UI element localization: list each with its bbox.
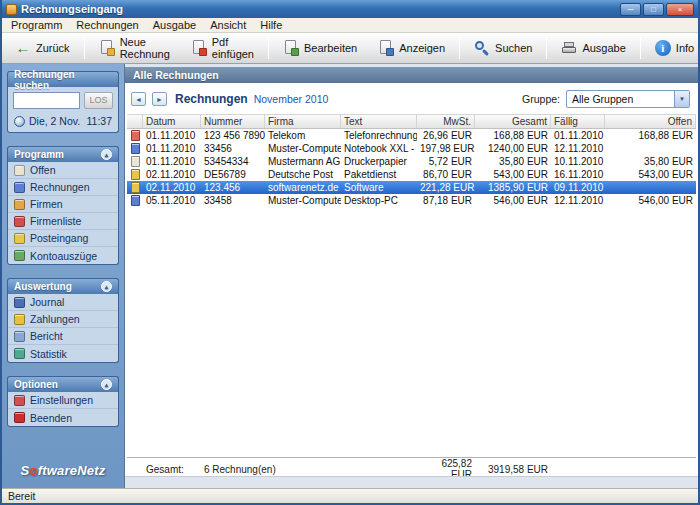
toolbar-separator [268, 37, 269, 59]
window-body: Rechnungen suchen LOS Die, 2 Nov. 11:37 [2, 64, 698, 488]
edit-button[interactable]: Bearbeiten [273, 36, 367, 61]
cell-nummer: 33456 [201, 143, 265, 154]
search-section-panel: LOS Die, 2 Nov. 11:37 [7, 87, 119, 133]
sidebar-item-label: Kontoauszüge [30, 250, 97, 262]
cell-datum: 02.11.2010 [143, 169, 201, 180]
sidebar-item-bericht[interactable]: Bericht [8, 328, 118, 345]
minimize-button[interactable]: ─ [620, 3, 641, 16]
title-bar[interactable]: Rechnungseingang ─ □ × [2, 0, 698, 18]
table-row[interactable]: 01.11.2010 33456 Muster-Computer Noteboo… [127, 142, 696, 155]
close-button[interactable]: × [666, 3, 694, 16]
new-invoice-button[interactable]: Neue Rechnung [89, 36, 180, 61]
section-header-auswertung[interactable]: Auswertung ▲ [7, 278, 119, 294]
column-header-mwst[interactable]: MwSt. [417, 115, 475, 128]
table-row[interactable]: 01.11.2010 123 456 7890 Telekom Telefonr… [127, 129, 696, 142]
section-header-optionen[interactable]: Optionen ▲ [7, 376, 119, 392]
sidebar-item-beenden[interactable]: Beenden [8, 409, 118, 426]
bottom-strip [125, 476, 698, 488]
invoice-doc-icon [131, 156, 140, 167]
sidebar-item-offen[interactable]: Offen [8, 162, 118, 179]
cell-offen: 546,00 EUR [605, 195, 696, 206]
column-header-faellig[interactable]: Fällig [551, 115, 605, 128]
pdf-document-icon [191, 40, 207, 56]
chevron-down-icon[interactable]: ▼ [674, 91, 689, 107]
inbox-icon [14, 233, 25, 244]
menu-ansicht[interactable]: Ansicht [203, 18, 253, 33]
sidebar-item-firmen[interactable]: Firmen [8, 196, 118, 213]
exit-icon [14, 412, 25, 423]
back-arrow-icon [15, 40, 31, 56]
edit-document-icon [283, 40, 299, 56]
toolbar-separator [640, 37, 641, 59]
info-button[interactable]: Info [645, 36, 700, 61]
output-button[interactable]: Ausgabe [551, 36, 635, 61]
companies-icon [14, 199, 25, 210]
search-section-header: Rechnungen suchen [7, 71, 119, 87]
search-input[interactable] [13, 92, 80, 109]
cell-faellig: 12.11.2010 [551, 143, 605, 154]
collapse-icon[interactable]: ▲ [101, 379, 112, 390]
toolbar-separator [459, 37, 460, 59]
menu-ausgabe[interactable]: Ausgabe [146, 18, 203, 33]
sidebar-item-firmenliste[interactable]: Firmenliste [8, 213, 118, 230]
sidebar-item-label: Beenden [30, 412, 72, 424]
table-row[interactable]: 05.11.2010 33458 Muster-Computer Desktop… [127, 194, 696, 207]
table-row-selected[interactable]: 02.11.2010 123.456 softwarenetz.de Softw… [127, 181, 696, 194]
maximize-button[interactable]: □ [643, 3, 664, 16]
cell-text: Notebook XXL - Su... [341, 143, 417, 154]
info-button-label: Info [676, 42, 694, 54]
sidebar-item-label: Bericht [30, 330, 63, 342]
cell-gesamt: 1385,90 EUR [475, 182, 551, 193]
sidebar-item-einstellungen[interactable]: Einstellungen [8, 392, 118, 409]
next-period-button[interactable]: ► [152, 92, 167, 106]
open-invoices-icon [14, 165, 25, 176]
search-go-button[interactable]: LOS [84, 92, 113, 109]
view-button[interactable]: Anzeigen [368, 36, 455, 61]
back-button[interactable]: Zurück [5, 36, 80, 61]
sidebar-item-kontoauszuege[interactable]: Kontoauszüge [8, 247, 118, 264]
view-document-icon [378, 40, 394, 56]
section-header-programm[interactable]: Programm ▲ [7, 146, 119, 162]
list-title: Rechnungen [175, 92, 248, 106]
edit-button-label: Bearbeiten [304, 42, 357, 54]
sidebar-item-label: Statistik [30, 348, 67, 360]
cell-text: Desktop-PC [341, 195, 417, 206]
group-select[interactable]: Alle Gruppen ▼ [566, 90, 690, 108]
cell-faellig: 09.11.2010 [551, 182, 605, 193]
toolbar: Zurück Neue Rechnung Pdf einfügen Bearbe… [2, 33, 698, 64]
section-title: Auswertung [14, 281, 72, 292]
app-icon [6, 4, 17, 15]
column-header-offen[interactable]: Offen [605, 115, 696, 128]
column-header-text[interactable]: Text [341, 115, 417, 128]
sidebar-item-journal[interactable]: Journal [8, 294, 118, 311]
collapse-icon[interactable]: ▲ [101, 149, 112, 160]
statistics-icon [14, 348, 25, 359]
table-header: Datum Nummer Firma Text MwSt. Gesamt Fäl… [127, 114, 696, 129]
column-header-datum[interactable]: Datum [143, 115, 201, 128]
window-title: Rechnungseingang [21, 3, 616, 15]
column-icon-spacer [127, 115, 143, 128]
sidebar-item-posteingang[interactable]: Posteingang [8, 230, 118, 247]
printer-icon [561, 40, 577, 56]
invoice-doc-icon [131, 182, 140, 193]
cell-gesamt: 543,00 EUR [475, 169, 551, 180]
menu-rechnungen[interactable]: Rechnungen [69, 18, 145, 33]
column-header-gesamt[interactable]: Gesamt [475, 115, 551, 128]
column-header-nummer[interactable]: Nummer [201, 115, 265, 128]
menu-hilfe[interactable]: Hilfe [253, 18, 289, 33]
menu-programm[interactable]: Programm [4, 18, 69, 33]
prev-period-button[interactable]: ◄ [131, 92, 146, 106]
table-row[interactable]: 01.11.2010 53454334 Mustermann AG Drucke… [127, 155, 696, 168]
collapse-icon[interactable]: ▲ [101, 281, 112, 292]
sidebar-item-statistik[interactable]: Statistik [8, 345, 118, 362]
cell-nummer: 33458 [201, 195, 265, 206]
search-button[interactable]: Suchen [464, 36, 542, 61]
sidebar-item-rechnungen[interactable]: Rechnungen [8, 179, 118, 196]
column-header-firma[interactable]: Firma [265, 115, 341, 128]
view-header-bar: Alle Rechnungen [125, 67, 698, 83]
insert-pdf-button[interactable]: Pdf einfügen [181, 36, 264, 61]
period-link[interactable]: November 2010 [254, 93, 329, 105]
view-header-title: Alle Rechnungen [133, 69, 219, 81]
table-row[interactable]: 02.11.2010 DE56789 Deutsche Post Paketdi… [127, 168, 696, 181]
sidebar-item-zahlungen[interactable]: Zahlungen [8, 311, 118, 328]
